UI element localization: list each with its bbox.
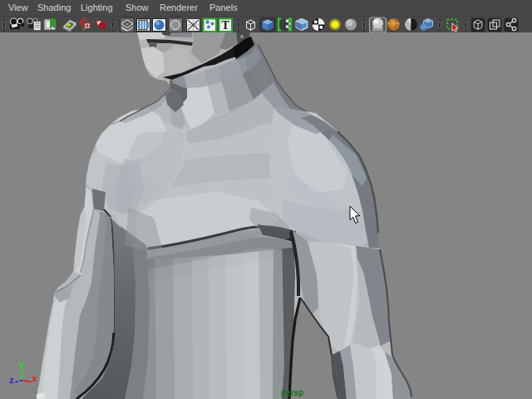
svg-text:x: x	[32, 373, 38, 383]
svg-text:persp: persp	[281, 388, 303, 397]
svg-text:T: T	[222, 19, 230, 32]
svg-text:y: y	[19, 359, 25, 369]
svg-text:z: z	[9, 375, 14, 385]
